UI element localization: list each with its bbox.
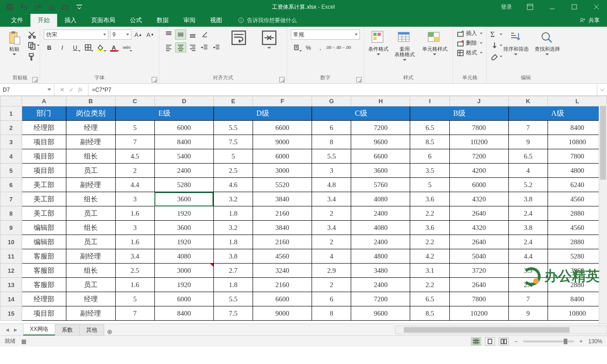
tell-me-input[interactable]: 告诉我你想要做什么 (238, 14, 297, 27)
cell-L2[interactable]: 8400 (548, 121, 607, 135)
row-head-9[interactable]: 9 (0, 221, 22, 235)
cell-J2[interactable]: 7800 (449, 121, 508, 135)
normal-view-icon[interactable] (471, 337, 481, 346)
col-head-G[interactable]: G (312, 96, 351, 106)
cell-L9[interactable]: 4560 (548, 221, 607, 235)
cell-L7[interactable]: 4560 (548, 192, 607, 206)
cell-E12[interactable]: 2.7 (213, 264, 253, 278)
cell-H14[interactable]: 7200 (351, 292, 410, 306)
cell-H13[interactable]: 2400 (351, 278, 410, 292)
cell-J10[interactable]: 2640 (449, 235, 508, 249)
cell-J3[interactable]: 10200 (449, 135, 508, 149)
row-head-2[interactable]: 2 (0, 121, 22, 135)
cell-C9[interactable]: 3 (115, 221, 154, 235)
col-head-C[interactable]: C (115, 96, 154, 106)
cell-E6[interactable]: 4.6 (213, 178, 253, 192)
font-name-selector[interactable]: 仿宋 (44, 29, 108, 40)
cell-D10[interactable]: 1920 (154, 235, 213, 249)
increase-indent-icon[interactable] (211, 42, 222, 53)
cell-A15[interactable]: 项目部 (22, 306, 66, 321)
row-head-7[interactable]: 7 (0, 192, 22, 206)
minimize-icon[interactable] (542, 0, 563, 14)
cell-F5[interactable]: 3000 (253, 164, 312, 178)
cell-L6[interactable]: 6240 (548, 178, 607, 192)
cell-B12[interactable]: 组长 (66, 264, 115, 278)
row-head-5[interactable]: 5 (0, 164, 22, 178)
cell-J4[interactable]: 7200 (449, 149, 508, 164)
cut-icon[interactable] (28, 30, 36, 39)
login-link[interactable]: 登录 (495, 3, 519, 11)
cell-G2[interactable]: 6 (312, 121, 351, 135)
align-middle-icon[interactable] (175, 29, 186, 40)
cell-E5[interactable]: 2.5 (213, 164, 253, 178)
zoom-slider[interactable] (523, 341, 574, 342)
cell-L10[interactable]: 2880 (548, 235, 607, 249)
row-head-14[interactable]: 14 (0, 292, 22, 306)
cell-A5[interactable]: 项目部 (22, 164, 66, 178)
cell-C14[interactable]: 5 (115, 292, 154, 306)
cell-J7[interactable]: 4320 (449, 192, 508, 206)
cell-A2[interactable]: 经理部 (22, 121, 66, 135)
cell-I12[interactable]: 3.1 (410, 264, 449, 278)
header-cell[interactable]: 部门 (22, 106, 66, 121)
cell-L8[interactable]: 2880 (548, 206, 607, 221)
cell-C8[interactable]: 1.6 (115, 206, 154, 221)
cell-C7[interactable]: 3 (115, 192, 154, 206)
clipboard-dialog-launcher[interactable] (32, 77, 38, 82)
cell-J13[interactable]: 2640 (449, 278, 508, 292)
cell-A10[interactable]: 编辑部 (22, 235, 66, 249)
cell-A6[interactable]: 美工部 (22, 178, 66, 192)
cell-J15[interactable]: 10200 (449, 306, 508, 321)
cell-I13[interactable]: 2.2 (410, 278, 449, 292)
cell-C11[interactable]: 3.4 (115, 249, 154, 264)
cell-E2[interactable]: 5.5 (213, 121, 253, 135)
cell-F9[interactable]: 3840 (253, 221, 312, 235)
format-cells-button[interactable]: 格式 (457, 49, 483, 57)
cell-K10[interactable]: 2.4 (508, 235, 548, 249)
select-all-corner[interactable] (0, 96, 22, 106)
cell-H15[interactable]: 9600 (351, 306, 410, 321)
row-head-6[interactable]: 6 (0, 178, 22, 192)
fill-icon[interactable] (490, 41, 499, 50)
cell-C13[interactable]: 1.6 (115, 278, 154, 292)
cell-E4[interactable]: 5 (213, 149, 253, 164)
cell-I11[interactable]: 4.2 (410, 249, 449, 264)
insert-function-icon[interactable]: fx (78, 86, 83, 93)
underline-button[interactable]: U (70, 42, 81, 53)
cell-J12[interactable]: 3720 (449, 264, 508, 278)
cell-F7[interactable]: 3840 (253, 192, 312, 206)
hscroll-thumb[interactable] (404, 327, 570, 333)
cell-I9[interactable]: 3.6 (410, 221, 449, 235)
cell-J11[interactable]: 5040 (449, 249, 508, 264)
tab-page-layout[interactable]: 页面布局 (84, 14, 123, 27)
italic-button[interactable]: I (57, 42, 68, 53)
cell-D3[interactable]: 8400 (154, 135, 213, 149)
col-head-I[interactable]: I (410, 96, 449, 106)
cell-G3[interactable]: 8 (312, 135, 351, 149)
cell-styles-button[interactable]: 单元格样式 (420, 29, 449, 55)
cell-F4[interactable]: 6000 (253, 149, 312, 164)
cell-J9[interactable]: 4320 (449, 221, 508, 235)
cell-I5[interactable]: 3.5 (410, 164, 449, 178)
cell-D15[interactable]: 8400 (154, 306, 213, 321)
number-dialog-launcher[interactable] (356, 77, 362, 82)
cell-E7[interactable]: 3.2 (213, 192, 253, 206)
cell-D9[interactable]: 3600 (154, 221, 213, 235)
cell-H6[interactable]: 5760 (351, 178, 410, 192)
conditional-formatting-button[interactable]: 条件格式 (368, 29, 389, 55)
cell-D13[interactable]: 1920 (154, 278, 213, 292)
worksheet-grid[interactable]: ABCDEFGHIJKL1部门岗位类别E级D级C级B级A级2经理部经理56000… (0, 96, 607, 323)
col-head-E[interactable]: E (213, 96, 253, 106)
cell-E15[interactable]: 7.5 (213, 306, 253, 321)
cell-E3[interactable]: 7.5 (213, 135, 253, 149)
cell-I8[interactable]: 2.2 (410, 206, 449, 221)
cell-I6[interactable]: 5 (410, 178, 449, 192)
cell-K4[interactable]: 6.5 (508, 149, 548, 164)
align-center-icon[interactable] (175, 42, 186, 53)
close-icon[interactable] (586, 0, 607, 14)
header-cell[interactable]: D级 (213, 106, 312, 121)
cell-C15[interactable]: 7 (115, 306, 154, 321)
tab-view[interactable]: 视图 (203, 14, 230, 27)
cell-B4[interactable]: 组长 (66, 149, 115, 164)
number-format-selector[interactable]: 常规 (291, 29, 360, 40)
